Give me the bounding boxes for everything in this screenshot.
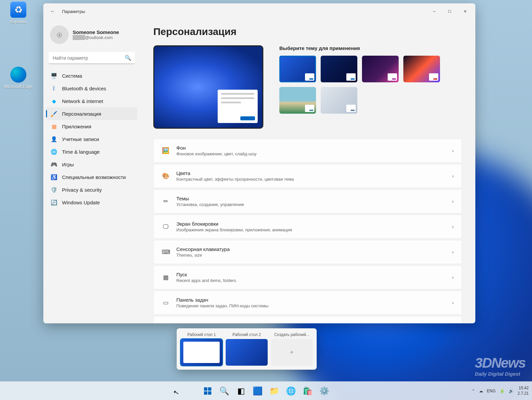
theme-section-label: Выберите тему для применения [279, 45, 462, 51]
setting-title: Шрифты [176, 323, 196, 324]
system-tray[interactable]: ⌃ ☁ ENG 🔋 🔊 15:42 2.7.21 [472, 386, 529, 396]
user-email: ████@outlook.com [73, 35, 119, 40]
sidebar-item-4[interactable]: ▦Приложения [46, 120, 137, 133]
sidebar-item-9[interactable]: 🛡️Privacy & security [46, 183, 137, 196]
titlebar: ← Параметры ─ ☐ ✕ [43, 3, 475, 19]
setting-row-0[interactable]: 🖼️ФонФоновое изображение, цвет, слайд-шо… [153, 139, 462, 163]
setting-subtitle: Фоновое изображение, цвет, слайд-шоу [176, 151, 257, 156]
settings-button[interactable]: ⚙️ [317, 384, 332, 398]
sidebar-item-2[interactable]: ◆Network & internet [46, 95, 137, 107]
nav-icon: 🎮 [51, 161, 57, 168]
back-button[interactable]: ← [46, 5, 59, 18]
setting-subtitle: Recent apps and items, folders [176, 278, 236, 283]
setting-title: Пуск [176, 272, 236, 277]
tray-chevron-icon[interactable]: ⌃ [472, 389, 475, 393]
setting-icon: ✏ [162, 198, 170, 205]
maximize-button[interactable]: ☐ [442, 6, 457, 17]
sidebar-item-5[interactable]: 👤Учетные записи [46, 133, 137, 145]
setting-subtitle: Поведение панели задач, ПИН-коды системы [176, 303, 268, 308]
setting-row-5[interactable]: ▦ПускRecent apps and items, folders› [153, 265, 462, 289]
setting-row-1[interactable]: 🎨ЦветаКонтрастный цвет, эффекты прозрачн… [153, 164, 462, 188]
edge-icon[interactable]: Microsoft Edge [3, 67, 33, 89]
sidebar-item-1[interactable]: ᛒBluetooth & devices [46, 82, 137, 95]
battery-icon[interactable]: 🔋 [500, 389, 505, 393]
desktop-thumb-0[interactable]: Рабочий стол 1 [181, 332, 222, 366]
setting-title: Темы [176, 196, 244, 201]
desktop-label: Рабочий стол 2 [226, 332, 267, 337]
chevron-right-icon: › [452, 224, 454, 229]
edge-button[interactable]: 🌐 [284, 384, 298, 398]
store-button[interactable]: 🛍️ [300, 384, 315, 398]
setting-row-7[interactable]: AᴀШрифты› [153, 316, 462, 323]
setting-title: Экран блокировки [176, 221, 292, 227]
lang-indicator[interactable]: ENG [487, 389, 496, 393]
search-input[interactable] [49, 52, 135, 64]
start-button[interactable] [200, 384, 215, 398]
theme-option-5[interactable] [321, 87, 357, 114]
recycle-bin-label: Корзина [3, 19, 33, 24]
user-name: Someone Someone [73, 29, 119, 35]
theme-option-1[interactable] [321, 56, 357, 82]
setting-row-4[interactable]: ⌨Сенсорная клавиатураThemes, size› [153, 240, 462, 264]
sidebar-item-6[interactable]: 🌐Time & language [46, 145, 137, 158]
theme-option-3[interactable] [403, 56, 440, 82]
search-box[interactable]: 🔍 [49, 52, 135, 64]
nav-icon: 🛡️ [51, 186, 57, 193]
setting-row-6[interactable]: ▭Панель задачПоведение панели задач, ПИН… [153, 291, 462, 315]
nav-icon: ᛒ [51, 85, 57, 92]
sidebar-item-label: Персонализация [62, 111, 101, 117]
nav-icon: 🔄 [51, 199, 57, 206]
search-icon: 🔍 [125, 55, 131, 61]
widgets-button[interactable]: 🟦 [250, 384, 265, 398]
current-theme-preview[interactable] [153, 45, 263, 129]
task-view-button[interactable]: ◧ [234, 384, 248, 398]
chevron-right-icon: › [452, 300, 454, 305]
clock[interactable]: 15:42 2.7.21 [518, 386, 529, 396]
recycle-bin-icon[interactable]: Корзина [3, 2, 33, 24]
desktop-preview [226, 339, 267, 366]
setting-subtitle: Установка, создание, управление [176, 202, 244, 207]
desktop-label: Создать рабочий... [271, 332, 313, 337]
nav-icon: 🖌️ [51, 110, 57, 117]
setting-icon: ▦ [162, 274, 170, 281]
setting-icon: 🖼️ [162, 147, 170, 154]
desktop-preview: + [271, 339, 313, 366]
setting-icon: 🎨 [162, 172, 170, 180]
chevron-right-icon: › [452, 199, 454, 204]
volume-icon[interactable]: 🔊 [509, 389, 514, 393]
page-title: Персонализация [153, 26, 462, 37]
search-button[interactable]: 🔍 [217, 384, 232, 398]
minimize-button[interactable]: ─ [427, 6, 442, 17]
desktop-thumb-2[interactable]: Создать рабочий...+ [271, 332, 313, 366]
sidebar-item-0[interactable]: 🖥️Система [46, 69, 137, 82]
desktop-preview [181, 339, 222, 366]
chevron-right-icon: › [452, 275, 454, 280]
onedrive-icon[interactable]: ☁ [479, 389, 483, 393]
sidebar-item-label: Bluetooth & devices [62, 86, 106, 91]
desktop-label: Рабочий стол 1 [181, 332, 222, 337]
setting-icon: ▭ [162, 299, 170, 306]
sidebar-item-label: Приложения [62, 124, 91, 129]
user-block[interactable]: ⍟ Someone Someone ████@outlook.com [46, 23, 137, 47]
theme-option-2[interactable] [362, 56, 399, 82]
theme-option-0[interactable] [279, 56, 316, 82]
close-button[interactable]: ✕ [457, 6, 473, 17]
sidebar-item-label: Network & internet [62, 98, 103, 104]
nav-icon: ▦ [51, 123, 57, 130]
nav-icon: 👤 [51, 136, 57, 142]
sidebar-item-10[interactable]: 🔄Windows Update [46, 196, 137, 209]
taskbar: 🔍 ◧ 🟦 📁 🌐 🛍️ ⚙️ ⌃ ☁ ENG 🔋 🔊 15:42 2.7.21 [0, 381, 532, 400]
setting-row-2[interactable]: ✏ТемыУстановка, создание, управление› [153, 189, 462, 213]
theme-option-4[interactable] [279, 87, 316, 114]
nav-icon: ◆ [51, 98, 57, 104]
sidebar-item-8[interactable]: ♿Специальные возможности [46, 171, 137, 183]
window-title: Параметры [62, 9, 85, 14]
edge-label: Microsoft Edge [3, 84, 33, 89]
setting-icon: ⌨ [162, 248, 170, 256]
desktop-thumb-1[interactable]: Рабочий стол 2 [226, 332, 267, 366]
explorer-button[interactable]: 📁 [267, 384, 282, 398]
sidebar-item-7[interactable]: 🎮Игры [46, 158, 137, 171]
setting-row-3[interactable]: 🖵Экран блокировкиИзображения экрана блок… [153, 215, 462, 239]
sidebar-item-label: Система [62, 73, 82, 79]
sidebar-item-3[interactable]: 🖌️Персонализация [46, 107, 137, 120]
